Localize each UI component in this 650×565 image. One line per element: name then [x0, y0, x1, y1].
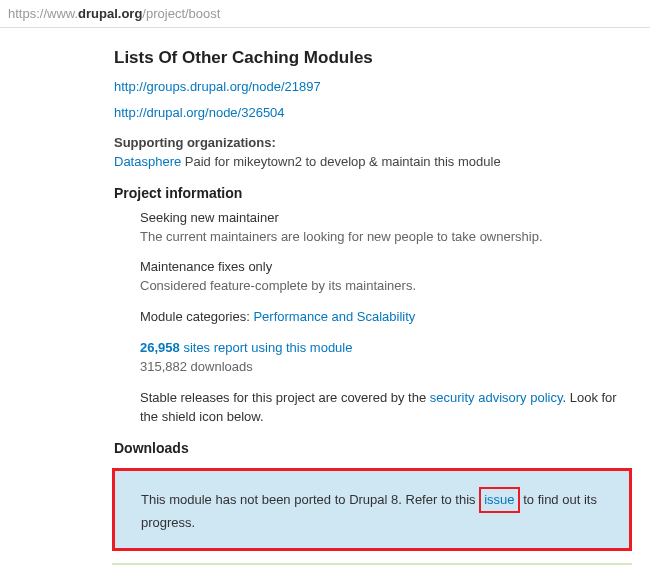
notice-pre: This module has not been ported to Drupa… [141, 492, 479, 507]
page-content: Lists Of Other Caching Modules http://gr… [0, 28, 650, 565]
fixes-title: Maintenance fixes only [140, 258, 632, 277]
security-pre: Stable releases for this project are cov… [140, 390, 430, 405]
maintainer-title: Seeking new maintainer [140, 209, 632, 228]
url-domain: drupal.org [78, 6, 142, 21]
downloads-count: 315,882 downloads [140, 358, 632, 377]
categories-label: Module categories: [140, 309, 253, 324]
maintainer-desc: The current maintainers are looking for … [140, 228, 632, 247]
category-link[interactable]: Performance and Scalability [253, 309, 415, 324]
project-info-section: Seeking new maintainer The current maint… [140, 209, 632, 427]
heading-other-modules: Lists Of Other Caching Modules [114, 48, 632, 68]
security-link[interactable]: security advisory policy [430, 390, 563, 405]
heading-downloads: Downloads [114, 440, 632, 456]
fixes-desc: Considered feature-complete by its maint… [140, 277, 632, 296]
drupal8-notice: This module has not been ported to Drupa… [112, 468, 632, 551]
usage-count[interactable]: 26,958 [140, 340, 180, 355]
other-module-link-1[interactable]: http://groups.drupal.org/node/21897 [114, 79, 321, 94]
other-module-link-2[interactable]: http://drupal.org/node/326504 [114, 105, 285, 120]
url-prefix: https://www. [8, 6, 78, 21]
supporting-org-label: Supporting organizations: [114, 134, 632, 152]
heading-project-info: Project information [114, 185, 632, 201]
supporting-org-link[interactable]: Datasphere [114, 154, 181, 169]
supporting-org-note: Paid for mikeytown2 to develop & maintai… [181, 154, 500, 169]
usage-text[interactable]: sites report using this module [180, 340, 353, 355]
issue-link[interactable]: issue [484, 492, 514, 507]
address-bar[interactable]: https://www.drupal.org/project/boost [0, 0, 650, 28]
url-path: /project/boost [142, 6, 220, 21]
